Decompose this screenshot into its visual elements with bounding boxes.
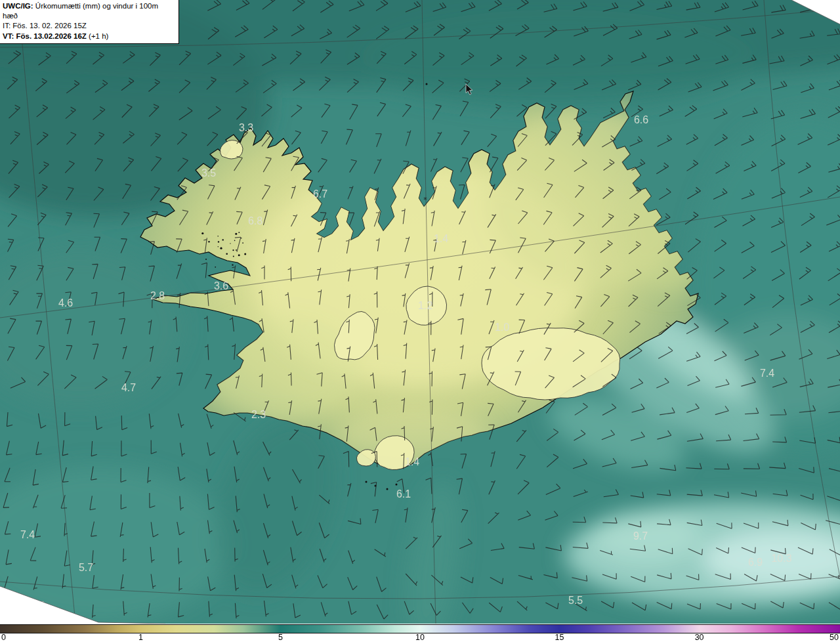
precip-value-label: 6.8 xyxy=(248,215,262,226)
precip-value-label: 3.3 xyxy=(239,122,253,133)
precip-value-label: 2.3 xyxy=(251,409,266,420)
precip-value-label: 3.6 xyxy=(214,280,228,291)
precip-value-label: 10.3 xyxy=(771,553,791,564)
colorbar-gradient xyxy=(0,624,840,633)
precip-value-label: 1.0 xyxy=(495,322,509,333)
precip-value-label: 1.4 xyxy=(434,233,448,244)
weather-symbol: * xyxy=(423,196,427,204)
precip-value-label: 6.6 xyxy=(634,114,648,125)
colorbar-tick-label: 10 xyxy=(415,633,425,642)
precip-value-label: 1.2 xyxy=(418,300,432,311)
colorbar-tick-label: 5 xyxy=(278,633,283,642)
precip-value-label: 7.4 xyxy=(20,529,35,540)
precip-value-label: 5.5 xyxy=(568,595,583,606)
precip-value-label: 4.6 xyxy=(58,297,73,309)
product-id: UWC/IG: xyxy=(3,2,33,10)
map-symbols: * xyxy=(423,196,427,204)
colorbar-tick-label: 1 xyxy=(138,633,143,642)
colorbar-tick-label: 0 xyxy=(1,633,6,642)
glacier-vatnajokull xyxy=(482,328,620,400)
valid-time: VT: Fös. 13.02.2026 16Z xyxy=(3,32,87,40)
precip-value-label: 7.4 xyxy=(760,368,774,379)
colorbar-labels: 01510153050 xyxy=(0,633,840,642)
product-title-line: UWC/IG: Úrkomumætti (mm) og vindur i 100… xyxy=(3,1,175,21)
colorbar: 01510153050 xyxy=(0,624,840,642)
precip-value-label: 6.1 xyxy=(396,488,411,500)
title-box: UWC/IG: Úrkomumætti (mm) og vindur i 100… xyxy=(0,0,179,44)
init-time-line: IT: Fös. 13. 02. 2026 15Z xyxy=(3,21,175,31)
colorbar-tick-label: 50 xyxy=(830,633,839,642)
valid-time-line: VT: Fös. 13.02.2026 16Z (+1 h) xyxy=(3,32,175,41)
precip-value-label: 9.7 xyxy=(633,530,648,542)
precip-value-label: 2.8 xyxy=(150,290,165,301)
weather-map: 3.33.56.76.86.63.62.84.61.41.21.04.77.42… xyxy=(0,0,840,624)
precip-value-label: 4.7 xyxy=(121,382,136,393)
precip-value-label: 6.9 xyxy=(748,557,763,568)
colorbar-tick-label: 30 xyxy=(695,633,704,642)
precip-value-label: 6.7 xyxy=(313,188,327,200)
precip-value-label: 5.7 xyxy=(79,562,93,573)
precip-value-label: 3.5 xyxy=(201,167,216,179)
precip-value-label: 1.4 xyxy=(405,456,419,467)
weather-app-window: 3.33.56.76.86.63.62.84.61.41.21.04.77.42… xyxy=(0,0,840,642)
colorbar-tick-label: 15 xyxy=(555,633,564,642)
